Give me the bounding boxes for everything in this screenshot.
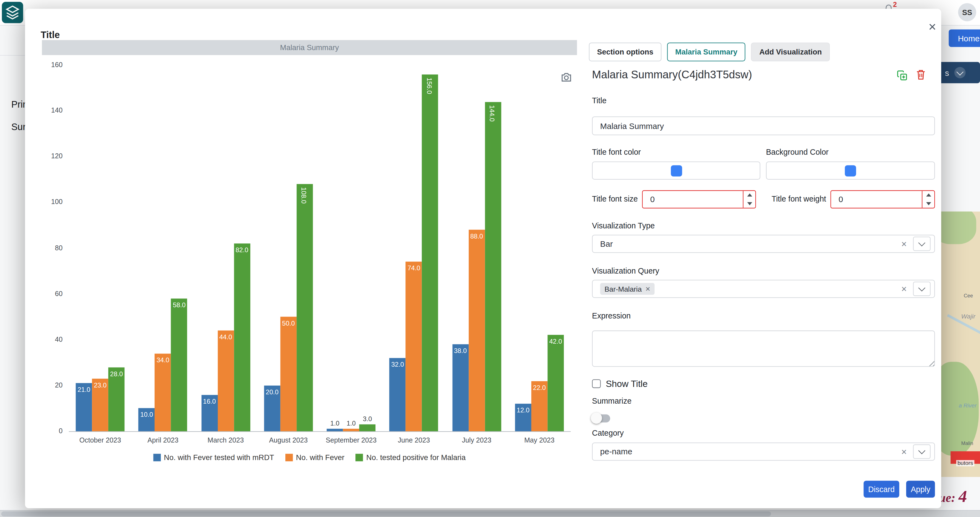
bar[interactable] bbox=[485, 102, 501, 431]
category-select[interactable]: pe-name × bbox=[592, 442, 935, 461]
x-axis-tick-label: July 2023 bbox=[442, 436, 511, 444]
color-swatch bbox=[845, 165, 856, 176]
visualization-query-select[interactable]: Bar-Malaria × × bbox=[592, 280, 935, 298]
apply-button[interactable]: Apply bbox=[906, 480, 935, 498]
visualization-type-value: Bar bbox=[600, 239, 902, 248]
title-font-weight-label: Title font weight bbox=[772, 195, 826, 203]
divider bbox=[0, 55, 25, 56]
legend-label: No. with Fever tested with mRDT bbox=[164, 453, 274, 462]
title-input-value: Malaria Summary bbox=[600, 121, 664, 130]
home-button[interactable]: Home bbox=[949, 29, 980, 47]
app-logo[interactable] bbox=[2, 2, 23, 23]
chart-container: Malaria Summary 020406080100120140160Oct… bbox=[42, 40, 577, 491]
background-color-picker[interactable] bbox=[766, 161, 935, 180]
bar-value-label: 58.0 bbox=[165, 301, 193, 308]
legend-swatch bbox=[153, 454, 161, 461]
legend-label: No. with Fever bbox=[296, 453, 344, 462]
duplicate-icon[interactable] bbox=[897, 70, 907, 83]
map-region bbox=[941, 212, 976, 244]
legend-item[interactable]: No. with Fever bbox=[285, 453, 344, 462]
chip-remove-icon[interactable]: × bbox=[645, 285, 650, 293]
x-axis-tick-label: May 2023 bbox=[505, 436, 574, 444]
tab-section-options[interactable]: Section options bbox=[589, 42, 661, 61]
title-font-color-picker[interactable] bbox=[592, 161, 760, 180]
layers-icon bbox=[5, 5, 20, 20]
number-spinner[interactable] bbox=[922, 191, 934, 208]
nav-dropdown-label: s bbox=[945, 68, 949, 77]
y-axis-tick-label: 60 bbox=[40, 289, 62, 297]
map-place-label: Cee bbox=[964, 293, 973, 299]
edit-section-modal: Title × Malaria Summary 0204060801001201… bbox=[25, 9, 941, 508]
map-attribution: butors bbox=[956, 460, 974, 466]
toggle-knob bbox=[591, 412, 602, 424]
legend-item[interactable]: No. tested positive for Malaria bbox=[356, 453, 466, 462]
x-axis-tick-label: August 2023 bbox=[254, 436, 323, 444]
bar[interactable] bbox=[359, 424, 375, 431]
bar[interactable] bbox=[468, 230, 485, 431]
y-axis-tick-label: 80 bbox=[40, 244, 62, 251]
bar-value-label: 28.0 bbox=[103, 370, 130, 377]
bar[interactable] bbox=[547, 335, 563, 431]
background-map[interactable]: Cee Wajir a River Malin butors bbox=[941, 212, 980, 477]
x-axis-tick-label: October 2023 bbox=[66, 436, 135, 444]
bar[interactable] bbox=[234, 244, 250, 431]
title-input[interactable]: Malaria Summary bbox=[592, 116, 935, 135]
x-axis-tick-label: April 2023 bbox=[129, 436, 197, 444]
chart-plot-area: 020406080100120140160October 202321.023.… bbox=[42, 40, 577, 491]
clear-icon[interactable]: × bbox=[901, 239, 907, 248]
bar[interactable] bbox=[452, 344, 468, 431]
clear-icon[interactable]: × bbox=[901, 284, 907, 294]
horizontal-scrollbar[interactable] bbox=[0, 510, 980, 517]
discard-button[interactable]: Discard bbox=[864, 480, 899, 498]
legend-swatch bbox=[285, 454, 293, 461]
tab-add-visualization[interactable]: Add Visualization bbox=[751, 42, 830, 61]
visualization-type-select[interactable]: Bar × bbox=[592, 235, 935, 253]
chevron-down-icon[interactable] bbox=[913, 282, 931, 296]
chart-legend: No. with Fever tested with mRDTNo. with … bbox=[42, 453, 577, 462]
visualization-type-label: Visualization Type bbox=[592, 222, 655, 230]
map-place-label: Wajir bbox=[961, 313, 975, 320]
bar[interactable] bbox=[218, 330, 234, 431]
bar[interactable] bbox=[280, 317, 296, 431]
number-spinner[interactable] bbox=[743, 191, 756, 208]
trash-icon[interactable] bbox=[916, 70, 926, 83]
bar[interactable] bbox=[155, 354, 171, 431]
bar[interactable] bbox=[327, 429, 343, 431]
y-axis-tick-label: 160 bbox=[40, 61, 62, 68]
show-title-checkbox[interactable] bbox=[592, 379, 601, 388]
x-axis-tick-label: September 2023 bbox=[317, 436, 386, 444]
x-axis-tick-label: March 2023 bbox=[191, 436, 260, 444]
bar[interactable] bbox=[297, 184, 313, 431]
chevron-down-icon[interactable] bbox=[913, 444, 931, 459]
title-label: Title bbox=[592, 96, 606, 105]
category-value: pe-name bbox=[600, 447, 902, 456]
user-avatar[interactable]: SS bbox=[958, 3, 976, 21]
horizontal-scrollbar-thumb[interactable] bbox=[2, 511, 771, 516]
close-icon[interactable]: × bbox=[929, 20, 936, 33]
query-chip[interactable]: Bar-Malaria × bbox=[600, 283, 655, 295]
bar-value-label: 144.0 bbox=[488, 105, 496, 121]
tab-malaria-summary[interactable]: Malaria Summary bbox=[667, 42, 746, 61]
bar-value-label: 108.0 bbox=[301, 187, 308, 204]
bar-value-label: 156.0 bbox=[426, 78, 433, 94]
app-root: 2 SS Prim Surv Home s Cee Wajir a River … bbox=[0, 0, 980, 517]
bar[interactable] bbox=[390, 358, 406, 431]
bar[interactable] bbox=[422, 74, 438, 431]
x-axis-line bbox=[69, 431, 571, 432]
expression-textarea[interactable] bbox=[592, 330, 935, 367]
background-color-label: Background Color bbox=[766, 148, 829, 156]
bar[interactable] bbox=[406, 262, 422, 431]
bar[interactable] bbox=[171, 298, 187, 431]
title-font-size-input[interactable]: 0 bbox=[642, 190, 756, 208]
bar-value-label: 3.0 bbox=[354, 415, 381, 422]
bar[interactable] bbox=[343, 429, 359, 431]
clear-icon[interactable]: × bbox=[901, 447, 907, 456]
chevron-down-icon[interactable] bbox=[913, 236, 931, 251]
summarize-toggle[interactable] bbox=[591, 412, 612, 424]
title-font-weight-input[interactable]: 0 bbox=[830, 190, 935, 208]
y-axis-tick-label: 20 bbox=[40, 381, 62, 389]
map-value-readout: ue: 4 bbox=[939, 487, 967, 506]
legend-item[interactable]: No. with Fever tested with mRDT bbox=[153, 453, 274, 462]
nav-dropdown-button[interactable]: s bbox=[939, 62, 980, 83]
notification-badge: 2 bbox=[893, 0, 897, 8]
